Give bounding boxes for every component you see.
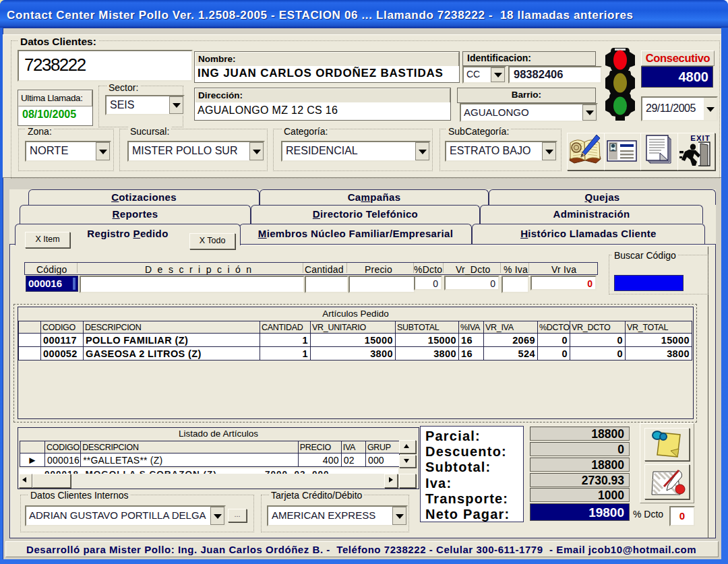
svg-text:EXIT: EXIT — [690, 134, 710, 142]
